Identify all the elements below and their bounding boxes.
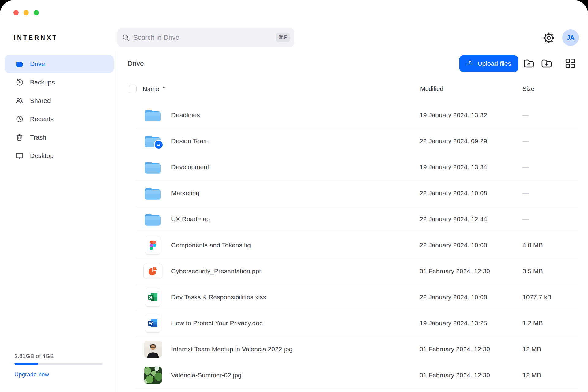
file-name: UX Roadmap xyxy=(171,206,210,232)
column-header-size[interactable]: Size xyxy=(522,85,534,92)
file-size: — xyxy=(522,206,529,232)
sidebar-item-label: Recents xyxy=(30,115,54,123)
file-name: Design Team xyxy=(171,128,209,154)
sidebar-item-drive[interactable]: Drive xyxy=(5,55,114,73)
zoom-window-button[interactable] xyxy=(34,10,39,15)
gear-icon xyxy=(542,32,555,45)
file-modified-date: 22 January 2024. 10:08 xyxy=(420,232,487,258)
figma-icon xyxy=(143,232,162,258)
toolbar-divider xyxy=(559,58,559,69)
file-size: — xyxy=(522,102,529,128)
new-folder-button[interactable] xyxy=(540,57,554,71)
sidebar-nav: DriveBackupsSharedRecentsTrashDesktop xyxy=(0,50,117,165)
app-window: INTERNXT Search in Drive ⌘F JA Drive xyxy=(0,0,588,392)
storage-usage-text: 2.81GB of 4GB xyxy=(14,353,103,360)
table-row[interactable]: Design Team22 January 2024. 09:29— xyxy=(136,128,578,154)
upgrade-now-link[interactable]: Upgrade now xyxy=(14,371,103,378)
table-row[interactable]: Internxt Team Meetup in Valencia 2022.jp… xyxy=(136,336,578,362)
file-list: Deadlines19 January 2024. 13:32—Design T… xyxy=(136,102,578,388)
file-name: How to Protect Your Privacy.doc xyxy=(171,310,262,336)
file-name: Dev Tasks & Responsibilities.xlsx xyxy=(171,284,266,310)
sidebar-item-recents[interactable]: Recents xyxy=(5,110,114,128)
powerpoint-icon xyxy=(143,258,162,284)
page-title: Drive xyxy=(127,60,144,68)
folder-icon xyxy=(143,102,162,128)
sidebar-item-label: Backups xyxy=(30,79,55,86)
column-header-modified[interactable]: Modified xyxy=(420,85,443,92)
folder-icon xyxy=(143,154,162,180)
file-size: — xyxy=(522,128,529,154)
sidebar-item-desktop[interactable]: Desktop xyxy=(5,147,114,165)
table-row[interactable]: Components and Tokens.fig22 January 2024… xyxy=(136,232,578,258)
file-modified-date: 22 January 2024. 10:08 xyxy=(420,284,487,310)
sort-ascending-icon xyxy=(162,85,167,93)
sidebar-item-trash[interactable]: Trash xyxy=(5,129,114,146)
upload-files-label: Upload files xyxy=(477,60,511,67)
settings-button[interactable] xyxy=(541,31,556,46)
folder-plus-icon xyxy=(541,58,552,69)
file-modified-date: 01 February 2024. 12:30 xyxy=(420,336,490,362)
file-modified-date: 01 February 2024. 12:30 xyxy=(420,362,490,388)
upload-files-button[interactable]: Upload files xyxy=(459,55,518,72)
close-window-button[interactable] xyxy=(13,10,19,15)
table-row[interactable]: Deadlines19 January 2024. 13:32— xyxy=(136,102,578,128)
sidebar-item-shared[interactable]: Shared xyxy=(5,92,114,110)
file-size: 12 MB xyxy=(522,362,541,388)
table-header: Name Modified Size xyxy=(117,79,588,102)
column-header-name[interactable]: Name xyxy=(143,85,167,93)
table-row[interactable]: UX Roadmap22 January 2024. 12:44— xyxy=(136,206,578,232)
select-all-checkbox[interactable] xyxy=(129,85,137,93)
search-input[interactable]: Search in Drive ⌘F xyxy=(117,28,294,47)
upload-folder-button[interactable] xyxy=(522,57,536,71)
file-size: 4.8 MB xyxy=(522,232,543,258)
search-placeholder: Search in Drive xyxy=(133,34,276,42)
storage-progress-fill xyxy=(14,363,38,365)
folder-icon xyxy=(143,128,162,154)
file-size: 1.2 MB xyxy=(522,310,543,336)
folder-upload-icon xyxy=(523,58,535,69)
table-row[interactable]: Dev Tasks & Responsibilities.xlsx22 Janu… xyxy=(136,284,578,310)
sidebar-item-label: Desktop xyxy=(30,152,54,159)
file-size: 12 MB xyxy=(522,336,541,362)
storage-progress-bar xyxy=(14,363,103,365)
internxt-logo: INTERNXT xyxy=(14,34,58,41)
avatar[interactable]: JA xyxy=(562,29,579,46)
desktop-icon xyxy=(15,152,24,160)
sidebar-item-backups[interactable]: Backups xyxy=(5,73,114,91)
file-name: Components and Tokens.fig xyxy=(171,232,251,258)
word-icon xyxy=(143,310,162,336)
file-modified-date: 01 February 2024. 12:30 xyxy=(420,258,490,284)
table-row[interactable]: Cybersecurity_Presentation.ppt01 Februar… xyxy=(136,258,578,284)
file-modified-date: 22 January 2024. 10:08 xyxy=(420,180,487,206)
sidebar-item-label: Drive xyxy=(30,60,45,68)
file-modified-date: 22 January 2024. 12:44 xyxy=(420,206,487,232)
file-modified-date: 22 January 2024. 09:29 xyxy=(420,128,487,154)
file-name: Marketing xyxy=(171,180,199,206)
people-icon xyxy=(15,97,24,105)
main-content: Drive Upload files xyxy=(117,50,588,392)
folder-icon xyxy=(143,206,162,232)
file-size: 1077.7 kB xyxy=(522,284,552,310)
sidebar: DriveBackupsSharedRecentsTrashDesktop 2.… xyxy=(0,50,117,392)
table-row[interactable]: Marketing22 January 2024. 10:08— xyxy=(136,180,578,206)
upload-icon xyxy=(466,59,473,68)
table-row[interactable]: Development19 January 2024. 13:34— xyxy=(136,154,578,180)
file-name: Valencia-Summer-02.jpg xyxy=(171,362,242,388)
image-foliage-icon xyxy=(143,362,162,388)
folder-icon xyxy=(143,180,162,206)
minimize-window-button[interactable] xyxy=(24,10,29,15)
search-icon xyxy=(122,34,130,42)
file-size: 3.5 MB xyxy=(522,258,543,284)
history-icon xyxy=(15,78,24,87)
grid-view-button[interactable] xyxy=(563,57,577,71)
file-name: Development xyxy=(171,154,209,180)
excel-icon xyxy=(143,284,162,310)
table-row[interactable]: Valencia-Summer-02.jpg01 February 2024. … xyxy=(136,362,578,388)
file-name: Deadlines xyxy=(171,102,200,128)
table-row[interactable]: How to Protect Your Privacy.doc19 Januar… xyxy=(136,310,578,336)
file-name: Internxt Team Meetup in Valencia 2022.jp… xyxy=(171,336,292,362)
file-size: — xyxy=(522,180,529,206)
sidebar-item-label: Trash xyxy=(30,134,46,141)
search-shortcut-badge: ⌘F xyxy=(276,33,290,42)
clock-icon xyxy=(15,115,24,123)
